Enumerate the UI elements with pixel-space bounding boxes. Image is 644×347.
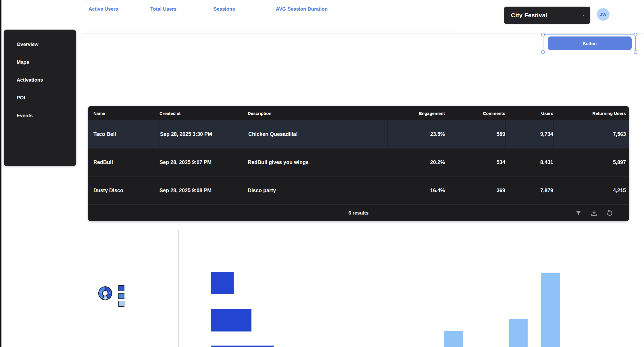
cell-users: 9,734 <box>505 120 553 148</box>
cell-returning-users: 7,563 <box>553 120 626 148</box>
column-header-returning-users[interactable]: Returning Users <box>553 111 626 116</box>
svg-text:15%: 15% <box>105 297 106 300</box>
avatar[interactable]: JW <box>597 8 610 21</box>
h-bar <box>211 346 274 347</box>
cell-description: RedBull gives you wings <box>248 159 387 165</box>
cell-description: Chicken Quesadilla! <box>248 120 387 148</box>
cell-returning-users: 4,215 <box>553 188 626 194</box>
legend-swatch <box>118 293 124 299</box>
h-bar <box>211 309 251 331</box>
chevron-down-icon: ▾ <box>583 14 585 17</box>
cell-comments: 589 <box>445 120 505 148</box>
cell-engagement: 16.4% <box>387 188 445 194</box>
canvas-button-widget[interactable]: Button <box>548 36 632 50</box>
cell-engagement: 23.5% <box>387 120 445 148</box>
table-row[interactable]: Dusty Disco Sep 28, 2025 9:08 PM Disco p… <box>88 176 629 205</box>
cell-users: 7,879 <box>505 188 553 194</box>
tab-sessions[interactable]: Sessions <box>214 6 235 12</box>
sidebar-item-maps[interactable]: Maps <box>4 53 76 71</box>
header-divider-1 <box>86 30 454 30</box>
table-row[interactable]: Taco Bell Sep 28, 2025 3:30 PM Chicken Q… <box>88 120 629 148</box>
cell-comments: 534 <box>445 159 505 165</box>
sidebar-item-events[interactable]: Events <box>4 107 76 125</box>
charts-top-divider <box>84 230 644 230</box>
sidebar: Overview Maps Activations POI Events <box>4 30 76 166</box>
h-bar <box>211 272 234 294</box>
filter-icon[interactable] <box>575 210 582 217</box>
screen-left-edge <box>0 0 1 347</box>
tab-active-users[interactable]: Active Users <box>89 6 118 12</box>
sidebar-item-poi[interactable]: POI <box>4 89 76 107</box>
cell-description: Disco party <box>248 188 387 194</box>
cell-returning-users: 5,897 <box>553 159 626 165</box>
tab-avg-session-duration[interactable]: AVG Session Duration <box>276 6 328 12</box>
event-selector-label: City Festival <box>511 12 547 19</box>
column-header-comments[interactable]: Comments <box>445 111 505 116</box>
v-bar <box>509 319 528 347</box>
header-divider-2 <box>83 33 644 34</box>
v-bar <box>541 273 560 347</box>
tab-total-users[interactable]: Total Users <box>150 6 176 12</box>
donut-chart: 42%15%43% <box>98 286 113 301</box>
sidebar-item-overview[interactable]: Overview <box>4 36 76 53</box>
top-divider-mini <box>83 1 116 1</box>
download-icon[interactable] <box>591 210 597 217</box>
legend-swatch <box>118 301 124 307</box>
cell-created-at: Sep 28, 2025 9:08 PM <box>159 188 248 194</box>
cell-users: 8,431 <box>505 159 553 165</box>
cell-engagement: 20.2% <box>387 159 445 165</box>
column-header-engagement[interactable]: Engagement <box>387 111 445 116</box>
column-header-users[interactable]: Users <box>505 111 553 116</box>
cell-name: RedBull <box>93 159 159 165</box>
selection-handle-bottom-right[interactable] <box>634 50 637 54</box>
cell-comments: 369 <box>445 188 505 194</box>
selection-handle-top-right[interactable] <box>634 33 637 36</box>
charts-vertical-divider <box>178 230 179 347</box>
results-count: 6 results <box>349 210 369 216</box>
table-row[interactable]: RedBull Sep 28, 2025 9:07 PM RedBull giv… <box>88 148 629 176</box>
table-header-row: Name Created at Description Engagement C… <box>88 106 629 120</box>
avatar-initials: JW <box>600 12 607 17</box>
donut-legend <box>118 285 124 309</box>
table-footer: 6 results <box>88 205 629 221</box>
column-header-created-at[interactable]: Created at <box>159 111 248 116</box>
column-header-name[interactable]: Name <box>93 111 159 116</box>
sidebar-item-activations[interactable]: Activations <box>4 71 76 89</box>
legend-swatch <box>118 285 124 291</box>
column-header-description[interactable]: Description <box>248 111 387 116</box>
cell-name: Dusty Disco <box>93 188 159 194</box>
event-selector-dropdown[interactable]: City Festival ▾ <box>504 7 590 24</box>
table-footer-icons <box>575 205 613 221</box>
refresh-icon[interactable] <box>606 210 613 217</box>
cell-name: Taco Bell <box>93 120 159 148</box>
cell-created-at: Sep 28, 2025 9:07 PM <box>159 159 248 165</box>
activations-table: Name Created at Description Engagement C… <box>88 106 629 221</box>
cell-created-at: Sep 28, 2025 3:30 PM <box>159 120 248 148</box>
donut-panel-bottom-divider <box>84 343 172 343</box>
v-bar <box>444 331 463 347</box>
charts-vertical-tick <box>412 230 412 234</box>
app-screen: Active Users Total Users Sessions AVG Se… <box>0 0 644 347</box>
selection-handle-top-left[interactable] <box>541 33 545 36</box>
selection-handle-bottom-left[interactable] <box>541 50 545 54</box>
